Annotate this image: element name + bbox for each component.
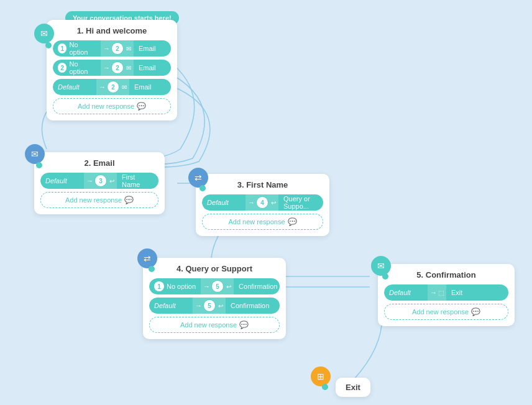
- email-icon: ✉: [122, 84, 127, 91]
- resp-label-default: Default: [40, 173, 84, 189]
- canvas: Your conversation starts here! ✉ 1. Hi a…: [0, 0, 532, 405]
- resp-dest: Confirmation: [226, 298, 280, 314]
- resp-dest: Exit: [446, 284, 508, 301]
- resp-label: 1 No option: [149, 278, 201, 294]
- node-query-support: 4. Query or Support 1 No option → 5 ↩ Co…: [143, 258, 286, 339]
- node5-title: 5. Confirmation: [384, 270, 508, 280]
- node-confirmation: 5. Confirmation Default → ⬚ Exit Add new…: [378, 264, 515, 326]
- add-response-button[interactable]: Add new response 💬: [202, 214, 323, 230]
- response-row[interactable]: Default → ⬚ Exit: [384, 284, 508, 301]
- node4-dot: [149, 266, 155, 272]
- node-email: 2. Email Default → 3 ↩ First Name Add ne…: [34, 152, 165, 214]
- arrow-icon: →: [103, 45, 110, 52]
- response-row[interactable]: Default → 5 ↩ Confirmation: [149, 298, 280, 314]
- node1-dot: [45, 42, 52, 48]
- arrow-icon: →: [103, 64, 110, 71]
- resp-step: 2: [111, 61, 124, 74]
- resp-label-text: No option: [69, 41, 96, 56]
- resp-middle: → 2 ✉: [101, 40, 134, 57]
- resp-middle: → 3 ↩: [84, 173, 117, 189]
- resp-step: 2: [111, 42, 124, 55]
- node5-dot: [382, 273, 388, 280]
- node2-title: 2. Email: [40, 158, 158, 168]
- exit-label: Exit: [346, 383, 360, 392]
- email-icon: ✉: [126, 45, 131, 52]
- node2-icon: ✉: [25, 144, 45, 164]
- node3-dot: [200, 185, 206, 191]
- resp-label-default: Default: [202, 194, 245, 211]
- conf-icon: ↩: [226, 283, 231, 290]
- resp-middle: → 2 ✉: [96, 79, 129, 95]
- response-row[interactable]: 1 No option → 5 ↩ Confirmation: [149, 278, 280, 294]
- resp-dest: Email: [134, 40, 171, 57]
- resp-middle: → ⬚: [428, 284, 446, 301]
- firstname-icon: ↩: [109, 178, 114, 184]
- email-icon: ✉: [126, 65, 131, 71]
- node-firstname: 3. First Name Default → 4 ↩ Query or Sup…: [196, 174, 329, 236]
- response-row[interactable]: Default → 2 ✉ Email: [53, 79, 171, 95]
- add-response-button[interactable]: Add new response 💬: [384, 304, 508, 320]
- resp-middle: → 5 ↩: [201, 278, 234, 294]
- response-row[interactable]: Default → 3 ↩ First Name: [40, 173, 158, 189]
- resp-middle: → 2 ✉: [101, 60, 134, 76]
- add-response-button[interactable]: Add new response 💬: [149, 317, 280, 333]
- resp-dest: First Name: [117, 173, 158, 189]
- response-row[interactable]: Default → 4 ↩ Query or Suppo...: [202, 194, 323, 211]
- resp-middle: → 5 ↩: [193, 298, 226, 314]
- resp-label-text: No option: [167, 283, 196, 290]
- add-response-label: Add new response: [180, 321, 237, 329]
- resp-step: 5: [203, 299, 216, 312]
- response-row[interactable]: 2 No option → 2 ✉ Email: [53, 60, 171, 76]
- resp-label: 2 No option: [53, 60, 101, 76]
- add-response-label: Add new response: [65, 196, 122, 204]
- resp-step: 2: [107, 81, 119, 93]
- add-response-icon: 💬: [471, 307, 480, 316]
- resp-step: 5: [211, 280, 224, 293]
- resp-default-text: Default: [154, 302, 176, 309]
- node-hi-welcome: 1. Hi and welcome 1 No option → 2 ✉ Emai…: [47, 20, 177, 121]
- resp-default-text: Default: [389, 289, 411, 296]
- node2-dot: [36, 162, 42, 168]
- exit-icon-node: ⊞: [311, 366, 331, 386]
- add-response-button[interactable]: Add new response 💬: [40, 192, 158, 208]
- add-response-label: Add new response: [228, 218, 285, 225]
- resp-label-text: No option: [69, 60, 96, 75]
- resp-dest: Confirmation: [234, 278, 280, 294]
- add-response-icon: 💬: [124, 196, 134, 204]
- opt-num: 1: [58, 43, 66, 53]
- add-response-icon: 💬: [137, 102, 146, 111]
- exit-node: Exit: [336, 378, 370, 397]
- node1-icon: ✉: [34, 24, 54, 43]
- node5-icon: ✉: [371, 256, 391, 276]
- resp-dest: Email: [129, 79, 171, 95]
- resp-default-text: Default: [207, 199, 229, 206]
- node4-title: 4. Query or Support: [149, 264, 280, 273]
- resp-label: 1 No option: [53, 40, 101, 57]
- resp-default-text: Default: [58, 83, 80, 91]
- resp-dest: Email: [134, 60, 171, 76]
- arrow-icon: →: [86, 177, 93, 184]
- opt-num: 1: [154, 281, 164, 291]
- arrow-icon: →: [430, 289, 437, 296]
- arrow-icon: →: [195, 302, 202, 309]
- arrow-icon: →: [203, 283, 210, 290]
- add-response-icon: 💬: [239, 321, 249, 329]
- query-icon: ↩: [271, 199, 276, 206]
- add-response-button[interactable]: Add new response 💬: [53, 98, 171, 114]
- arrow-icon: →: [248, 199, 255, 206]
- resp-label-default: Default: [149, 298, 193, 314]
- resp-label-default: Default: [53, 79, 96, 95]
- arrow-icon: →: [99, 83, 106, 91]
- resp-default-text: Default: [45, 177, 67, 184]
- add-response-label: Add new response: [412, 308, 469, 316]
- node4-icon: ⇄: [137, 248, 157, 268]
- exit-icon: ⬚: [438, 289, 444, 296]
- add-response-label: Add new response: [78, 102, 134, 110]
- response-row[interactable]: 1 No option → 2 ✉ Email: [53, 40, 171, 57]
- node3-title: 3. First Name: [202, 180, 323, 189]
- exit-dot: [322, 384, 328, 390]
- node1-title: 1. Hi and welcome: [53, 26, 171, 35]
- node3-icon: ⇄: [188, 168, 208, 188]
- add-response-icon: 💬: [288, 217, 297, 226]
- resp-label-default: Default: [384, 284, 428, 301]
